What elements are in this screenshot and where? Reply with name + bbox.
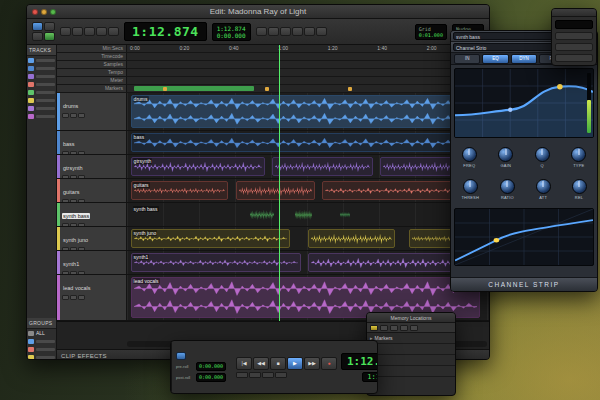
conductor-toggle[interactable] <box>275 372 287 378</box>
minimize-button[interactable] <box>41 9 47 15</box>
markers-ruler-lane[interactable] <box>127 85 489 92</box>
tab-dyn[interactable]: DYN <box>511 54 537 64</box>
stop-button[interactable]: ■ <box>270 357 286 370</box>
layered-edit-button[interactable] <box>316 27 327 36</box>
dyn-ratio-knob[interactable] <box>500 179 515 194</box>
tempo-ruler-lane[interactable] <box>127 69 489 76</box>
track-name[interactable]: gtrsynth <box>62 165 84 171</box>
track-header[interactable]: bass <box>57 131 127 154</box>
mute-button[interactable] <box>78 113 85 118</box>
track-name[interactable]: synth1 <box>62 261 80 267</box>
solo-button[interactable] <box>70 113 77 118</box>
audio-clip[interactable] <box>272 157 373 176</box>
track-list-item[interactable] <box>28 73 55 79</box>
track-header[interactable]: lead vocals <box>57 275 127 320</box>
track-header[interactable]: synth1 <box>57 251 127 274</box>
memory-list-item[interactable] <box>367 344 455 355</box>
post-roll-field[interactable]: post-roll 0:00.000 <box>176 373 232 382</box>
minsecs-ruler-lane[interactable]: 0:00 0:20 0:40 1:00 1:20 1:40 2:00 2:20 <box>127 45 489 52</box>
memory-options-button[interactable] <box>410 325 418 331</box>
memory-titlebar[interactable]: Memory Locations <box>367 313 455 323</box>
ruler-name[interactable]: Meter <box>57 77 127 84</box>
record-arm-button[interactable] <box>62 113 69 118</box>
solo-button[interactable] <box>70 175 77 178</box>
track-header[interactable]: drums <box>57 93 127 130</box>
loop-toggle[interactable] <box>236 372 248 378</box>
tab-in[interactable]: IN <box>454 54 480 64</box>
zoom-tool-button[interactable] <box>60 27 71 36</box>
ruler-name[interactable]: Markers <box>57 85 127 92</box>
ruler-name[interactable]: Min:Secs <box>57 45 127 52</box>
audio-clip[interactable]: bass <box>131 133 480 152</box>
mini-button-row[interactable] <box>555 43 593 51</box>
memory-list-item[interactable] <box>367 366 455 377</box>
main-counter-display[interactable]: 1:12.874 <box>124 22 207 41</box>
audio-clip[interactable]: synth1 <box>131 253 301 272</box>
track-header[interactable]: synth juno <box>57 227 127 250</box>
track-name[interactable]: lead vocals <box>62 285 92 291</box>
sub-counter-display[interactable]: 1:12.874 0:00.000 <box>212 23 251 41</box>
selector-tool-button[interactable] <box>84 27 95 36</box>
track-lane[interactable]: synth1 <box>127 251 489 274</box>
playhead-cursor[interactable] <box>279 45 280 321</box>
track-header[interactable]: gtrsynth <box>57 155 127 178</box>
automation-follows-button[interactable] <box>304 27 315 36</box>
track-list-item[interactable] <box>28 105 55 111</box>
track-lane[interactable]: guitars <box>127 179 489 202</box>
track-name[interactable]: synth bass <box>62 213 90 219</box>
counter-mode-button[interactable] <box>176 352 186 360</box>
fast-forward-button[interactable]: ▶▶ <box>304 357 320 370</box>
marker-flag-icon[interactable] <box>163 87 167 91</box>
memory-list-item[interactable] <box>367 355 455 366</box>
track-name[interactable]: guitars <box>62 189 81 195</box>
mute-button[interactable] <box>78 295 85 300</box>
mini-button-row[interactable] <box>555 54 593 62</box>
ruler-name[interactable]: Tempo <box>57 69 127 76</box>
track-list-item[interactable] <box>28 97 55 103</box>
trim-tool-button[interactable] <box>72 27 83 36</box>
ruler-name[interactable]: Samples <box>57 61 127 68</box>
eq-freq-knob[interactable] <box>462 147 477 162</box>
tab-eq[interactable]: EQ <box>482 54 508 64</box>
transport-sub-counter[interactable]: 1:12.874 <box>362 372 378 382</box>
audio-clip[interactable]: gtrsynth <box>131 157 265 176</box>
ruler-name[interactable]: Timecode <box>57 53 127 60</box>
record-arm-button[interactable] <box>62 151 69 154</box>
shuffle-mode-button[interactable] <box>32 22 43 31</box>
insertion-follows-button[interactable] <box>292 27 303 36</box>
tracks-panel-header[interactable]: TRACKS <box>27 45 56 56</box>
dyn-attack-knob[interactable] <box>536 179 551 194</box>
rewind-button[interactable]: ◀◀ <box>253 357 269 370</box>
add-memory-location-button[interactable] <box>370 325 378 331</box>
solo-button[interactable] <box>70 151 77 154</box>
grabber-tool-button[interactable] <box>96 27 107 36</box>
marker-flag-icon[interactable] <box>348 87 352 91</box>
metronome-toggle[interactable] <box>249 372 261 378</box>
record-arm-button[interactable] <box>62 247 69 250</box>
eq-q-knob[interactable] <box>535 147 550 162</box>
slip-mode-button[interactable] <box>32 32 43 41</box>
solo-button[interactable] <box>70 271 77 274</box>
solo-button[interactable] <box>70 199 77 202</box>
post-roll-value[interactable]: 0:00.000 <box>196 373 226 382</box>
record-arm-button[interactable] <box>62 295 69 300</box>
track-header[interactable]: synth bass <box>57 203 127 226</box>
audio-clip[interactable]: drums <box>131 95 480 128</box>
audio-clip[interactable] <box>308 229 395 248</box>
track-header[interactable]: guitars <box>57 179 127 202</box>
link-selection-button[interactable] <box>280 27 291 36</box>
group-list-item[interactable] <box>28 338 55 344</box>
audio-clip[interactable] <box>236 181 316 200</box>
pre-roll-value[interactable]: 0:00.000 <box>196 362 226 371</box>
dyn-thresh-knob[interactable] <box>463 179 478 194</box>
tab-to-transient-button[interactable] <box>256 27 267 36</box>
meter-ruler-lane[interactable] <box>127 77 489 84</box>
track-list-item[interactable] <box>28 65 55 71</box>
record-arm-button[interactable] <box>62 199 69 202</box>
solo-button[interactable] <box>70 223 77 226</box>
memory-list-item[interactable]: ▸ Markers <box>367 333 455 344</box>
return-to-zero-button[interactable]: |◀ <box>236 357 252 370</box>
zoom-button[interactable] <box>50 9 56 15</box>
track-lane[interactable]: drums <box>127 93 489 130</box>
solo-button[interactable] <box>70 247 77 250</box>
